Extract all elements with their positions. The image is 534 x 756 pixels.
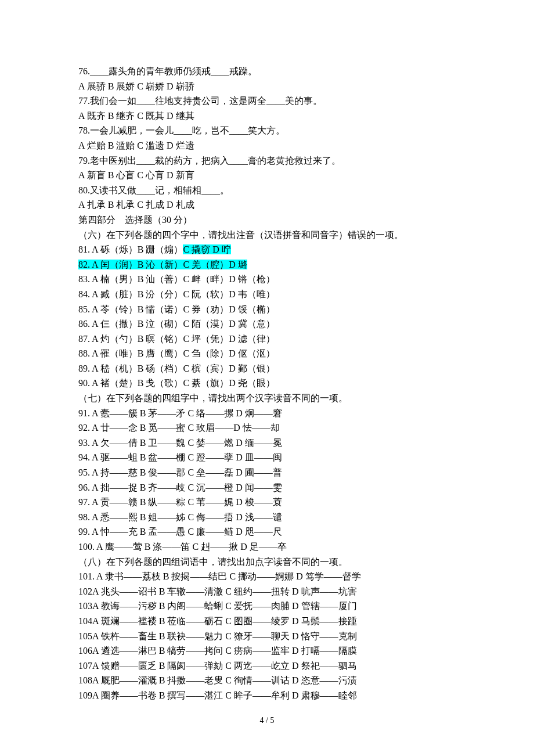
text-run: A 新盲 B 心盲 C 心肓 D 新肓: [78, 170, 194, 180]
text-run: 100. A 鹰——莺 B 涤——笛 C 赳——揪 D 足——卒: [78, 542, 287, 552]
page-number: 4 / 5: [0, 714, 534, 727]
text-run: （八）在下列各题的四组词语中，请找出加点字读音不同的一项。: [78, 557, 348, 567]
text-line: 92. A 廿——念 B 觅——蜜 C 玫眉——D 怯——却: [78, 420, 456, 435]
text-run: 109A 圈养——书卷 B 撰写——湛江 C 眸子——牟利 D 肃穆——睦邻: [78, 690, 357, 700]
text-line: 91. A 蠹——簇 B 茅——矛 C 络——摞 D 炯——窘: [78, 406, 456, 421]
text-line: 103A 教诲——污秽 B 内阁——蛤蜊 C 爱抚——肉脯 D 管辖——厦门: [78, 599, 456, 614]
text-run: 104A 斑斓——褴褛 B 莅临——砺石 C 图圈——绫罗 D 马鬃——接踵: [78, 616, 357, 626]
text-line: 84. A 臧（脏）B 汾（分）C 阮（软）D 韦（唯）: [78, 287, 456, 302]
text-line: 76.____露头角的青年教师仍须戒____戒躁。: [78, 64, 456, 79]
text-line: 90. A 褚（楚）B 戋（歌）C 綦（旗）D 尧（眼）: [78, 376, 456, 391]
text-run: 99. A 忡——充 B 孟——愚 C 廉——鲢 D 咫——尺: [78, 527, 282, 537]
highlighted-text: 82. A 闰（润）: [78, 260, 138, 269]
highlighted-text: C 羌（腔）: [183, 260, 229, 269]
text-line: （六）在下列各题的四个字中，请找出注音（汉语拼音和同音字）错误的一项。: [78, 228, 456, 243]
text-line: 98. A 悉——熙 B 姐——姊 C 侮——捂 D 浅——谴: [78, 510, 456, 525]
text-line: 104A 斑斓——褴褛 B 莅临——砺石 C 图圈——绫罗 D 马鬃——接踵: [78, 614, 456, 629]
text-run: 76.____露头角的青年教师仍须戒____戒躁。: [78, 66, 257, 76]
text-line: 81. A 砾（烁）B 跚（煽）C 撬窃 D 咛: [78, 242, 456, 257]
text-run: 103A 教诲——污秽 B 内阁——蛤蜊 C 爱抚——肉脯 D 管辖——厦门: [78, 601, 357, 611]
text-line: 101. A 隶书——荔枝 B 按揭——结巴 C 挪动——婀娜 D 笃学——督学: [78, 569, 456, 584]
text-line: 78.一会儿减肥，一会儿____吃，岂不____笑大方。: [78, 123, 456, 138]
text-run: 88. A 罹（唯）B 膺（鹰）C 刍（除）D 伛（沤）: [78, 348, 275, 358]
text-run: 92. A 廿——念 B 觅——蜜 C 玫眉——D 怯——却: [78, 423, 280, 433]
text-line: 94. A 驱——蛆 B 盆——棚 C 蹬——孽 D 皿——闽: [78, 450, 456, 465]
text-line: 106A 遴选——淋巴 B 犒劳——拷问 C 痨病——监牢 D 打嗝——隔膜: [78, 643, 456, 658]
text-line: A 扎承 B 札承 C 扎成 D 札成: [78, 197, 456, 213]
text-run: 78.一会儿减肥，一会儿____吃，岂不____笑大方。: [78, 125, 285, 135]
text-line: A 既齐 B 继齐 C 既其 D 继其: [78, 109, 456, 124]
text-run: 97. A 贡——赣 B 纵——粽 C 苇——娓 D 梭——蓑: [78, 497, 282, 507]
text-run: 95. A 持——慈 B 俊——郡 C 垒——磊 D 圃——普: [78, 467, 282, 477]
text-line: 83. A 楠（男）B 汕（善）C 衅（畔）D 锵（枪）: [78, 272, 456, 287]
text-line: 87. A 灼（勺）B 暝（铭）C 坪（凭）D 滤（律）: [78, 332, 456, 347]
text-run: 102A 兆头——诏书 B 车辙——清澈 C 纽约——扭转 D 吭声——坑害: [78, 586, 357, 596]
text-line: 93. A 欠——倩 B 卫——魏 C 婪——燃 D 缅——冕: [78, 435, 456, 451]
text-run: 108A 厩肥——灌溉 B 抖擞——老叟 C 徇情——训诂 D 恣意——污渍: [78, 675, 357, 685]
text-line: 86. A 仨（撒）B 泣（砌）C 陌（漠）D 冀（意）: [78, 316, 456, 332]
text-line: 109A 圈养——书卷 B 撰写——湛江 C 眸子——牟利 D 肃穆——睦邻: [78, 688, 456, 703]
text-line: （八）在下列各题的四组词语中，请找出加点字读音不同的一项。: [78, 555, 456, 570]
text-line: 79.老中医别出____裁的药方，把病入____膏的老黄抢救过来了。: [78, 153, 456, 168]
text-run: A 既齐 B 继齐 C 既其 D 继其: [78, 111, 194, 121]
text-line: 89. A 嵇（机）B 砀（档）C 槟（宾）D 鄞（银）: [78, 361, 456, 376]
text-line: 85. A 苓（铃）B 懦（诺）C 券（劝）D 馁（椭）: [78, 302, 456, 317]
document-page: 76.____露头角的青年教师仍须戒____戒躁。A 展骄 B 展娇 C 崭娇 …: [0, 0, 534, 756]
text-line: 77.我们会一如____往地支持贵公司，这是两全____美的事。: [78, 93, 456, 109]
text-run: （六）在下列各题的四个字中，请找出注音（汉语拼音和同音字）错误的一项。: [78, 230, 403, 240]
text-line: 99. A 忡——充 B 孟——愚 C 廉——鲢 D 咫——尺: [78, 524, 456, 539]
text-line: 80.又读书又做____记，相辅相____。: [78, 183, 456, 198]
text-line: 107A 馈赠——匮乏 B 隔阂——弹劾 C 两迄——屹立 D 祭祀——驷马: [78, 658, 456, 674]
text-run: A 扎承 B 札承 C 扎成 D 札成: [78, 200, 194, 210]
text-run: 第四部分 选择题（30 分）: [78, 215, 192, 225]
text-run: 86. A 仨（撒）B 泣（砌）C 陌（漠）D 冀（意）: [78, 319, 275, 329]
text-run: 96. A 拙——捉 B 齐——歧 C 沉——橙 D 闻——雯: [78, 483, 282, 492]
text-run: 98. A 悉——熙 B 姐——姊 C 侮——捂 D 浅——谴: [78, 512, 282, 522]
highlighted-text: C 撬窃 D 咛: [183, 244, 230, 254]
text-run: 106A 遴选——淋巴 B 犒劳——拷问 C 痨病——监牢 D 打嗝——隔膜: [78, 646, 357, 656]
text-line: 105A 铁杵——畜生 B 联袂——魅力 C 獠牙——聊天 D 恪守——克制: [78, 629, 456, 644]
text-line: 97. A 贡——赣 B 纵——粽 C 苇——娓 D 梭——蓑: [78, 495, 456, 510]
text-run: 93. A 欠——倩 B 卫——魏 C 婪——燃 D 缅——冕: [78, 438, 282, 448]
highlighted-text: B 沁（新）: [138, 260, 183, 269]
text-line: 108A 厩肥——灌溉 B 抖擞——老叟 C 徇情——训诂 D 恣意——污渍: [78, 673, 456, 688]
text-run: 105A 铁杵——畜生 B 联袂——魅力 C 獠牙——聊天 D 恪守——克制: [78, 631, 357, 641]
text-run: 101. A 隶书——荔枝 B 按揭——结巴 C 挪动——婀娜 D 笃学——督学: [78, 571, 361, 581]
text-run: A 展骄 B 展娇 C 崭娇 D 崭骄: [78, 81, 194, 91]
highlighted-text: D 璐: [229, 260, 247, 269]
text-run: 77.我们会一如____往地支持贵公司，这是两全____美的事。: [78, 96, 322, 106]
text-run: 107A 馈赠——匮乏 B 隔阂——弹劾 C 两迄——屹立 D 祭祀——驷马: [78, 661, 357, 671]
text-line: 82. A 闰（润）B 沁（新）C 羌（腔）D 璐: [78, 257, 456, 272]
text-line: 95. A 持——慈 B 俊——郡 C 垒——磊 D 圃——普: [78, 465, 456, 480]
text-run: 81. A 砾（烁）B 跚（煽）: [78, 244, 183, 254]
text-run: 84. A 臧（脏）B 汾（分）C 阮（软）D 韦（唯）: [78, 289, 275, 299]
text-line: （七）在下列各题的四组字中，请找出两个汉字读音不同的一项。: [78, 391, 456, 406]
text-line: 100. A 鹰——莺 B 涤——笛 C 赳——揪 D 足——卒: [78, 539, 456, 555]
text-run: 83. A 楠（男）B 汕（善）C 衅（畔）D 锵（枪）: [78, 274, 275, 284]
document-body: 76.____露头角的青年教师仍须戒____戒躁。A 展骄 B 展娇 C 崭娇 …: [78, 64, 456, 703]
text-line: A 新盲 B 心盲 C 心肓 D 新肓: [78, 168, 456, 183]
text-line: 88. A 罹（唯）B 膺（鹰）C 刍（除）D 伛（沤）: [78, 346, 456, 361]
text-line: 第四部分 选择题（30 分）: [78, 213, 456, 228]
text-run: 94. A 驱——蛆 B 盆——棚 C 蹬——孽 D 皿——闽: [78, 452, 282, 462]
text-line: A 烂贻 B 滥贻 C 滥遗 D 烂遗: [78, 138, 456, 153]
text-run: 80.又读书又做____记，相辅相____。: [78, 185, 229, 195]
text-run: 79.老中医别出____裁的药方，把病入____膏的老黄抢救过来了。: [78, 156, 341, 165]
text-run: A 烂贻 B 滥贻 C 滥遗 D 烂遗: [78, 141, 194, 150]
text-line: 102A 兆头——诏书 B 车辙——清澈 C 纽约——扭转 D 吭声——坑害: [78, 584, 456, 599]
text-run: 87. A 灼（勺）B 暝（铭）C 坪（凭）D 滤（律）: [78, 334, 275, 344]
text-line: A 展骄 B 展娇 C 崭娇 D 崭骄: [78, 79, 456, 94]
text-run: 85. A 苓（铃）B 懦（诺）C 券（劝）D 馁（椭）: [78, 304, 275, 314]
text-run: 91. A 蠹——簇 B 茅——矛 C 络——摞 D 炯——窘: [78, 408, 282, 418]
text-run: 90. A 褚（楚）B 戋（歌）C 綦（旗）D 尧（眼）: [78, 378, 275, 388]
text-run: 89. A 嵇（机）B 砀（档）C 槟（宾）D 鄞（银）: [78, 363, 275, 373]
text-run: （七）在下列各题的四组字中，请找出两个汉字读音不同的一项。: [78, 393, 348, 403]
text-line: 96. A 拙——捉 B 齐——歧 C 沉——橙 D 闻——雯: [78, 480, 456, 495]
